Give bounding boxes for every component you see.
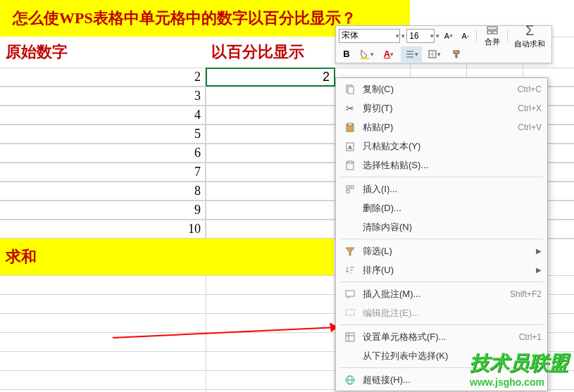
paste-special-icon	[342, 159, 358, 172]
svg-rect-13	[348, 123, 352, 125]
font-name-value: 宋体	[342, 30, 358, 42]
menu-format-cells[interactable]: 设置单元格格式(F)... Ctrl+1	[336, 327, 547, 346]
chevron-down-icon[interactable]: ▾	[401, 32, 405, 39]
format-painter-button[interactable]	[446, 46, 467, 62]
svg-rect-0	[487, 27, 497, 30]
brush-icon	[451, 49, 461, 59]
copy-icon	[342, 83, 358, 96]
chevron-down-icon: ▾	[437, 51, 441, 58]
bold-button[interactable]: B	[339, 46, 354, 62]
align-button[interactable]: ▾	[401, 46, 422, 62]
cell-a2[interactable]: 2	[0, 68, 206, 86]
paste-icon	[342, 121, 358, 134]
chevron-down-icon: ▾	[390, 51, 394, 58]
chevron-right-icon: ▶	[533, 266, 542, 274]
menu-paste-text[interactable]: A 只粘贴文本(Y)	[336, 137, 547, 156]
font-name-selector[interactable]: 宋体 ▾	[339, 29, 400, 43]
menu-delete-label: 删除(D)...	[358, 202, 542, 215]
svg-rect-17	[348, 161, 352, 163]
menu-paste-text-label: 只粘贴文本(Y)	[358, 140, 542, 153]
cell-a4[interactable]: 4	[0, 106, 206, 124]
cell-a8[interactable]: 8	[0, 182, 206, 200]
menu-clear[interactable]: 清除内容(N)	[336, 217, 547, 236]
svg-rect-1	[487, 31, 492, 34]
svg-rect-24	[346, 291, 354, 296]
svg-rect-20	[347, 190, 349, 193]
menu-filter-label: 筛选(L)	[358, 245, 533, 258]
paste-text-icon: A	[342, 140, 358, 153]
chevron-down-icon: ▾	[396, 32, 399, 39]
cell-a7[interactable]: 7	[0, 163, 206, 181]
svg-line-32	[113, 327, 338, 338]
sort-icon	[342, 264, 358, 277]
format-cells-icon	[342, 331, 358, 343]
chevron-down-icon: ▾	[430, 32, 434, 39]
menu-paste-special-label: 选择性粘贴(S)...	[358, 159, 542, 172]
menu-paste-special[interactable]: 选择性粘贴(S)...	[336, 156, 547, 175]
context-menu: 复制(C) Ctrl+C ✂ 剪切(T) Ctrl+X 粘贴(P) Ctrl+V…	[335, 77, 548, 391]
chevron-down-icon[interactable]: ▾	[436, 32, 439, 39]
cut-icon: ✂	[342, 102, 358, 115]
sum-label: 求和	[6, 246, 37, 267]
cell-a6[interactable]: 6	[0, 144, 206, 162]
menu-copy-shortcut: Ctrl+C	[518, 84, 542, 94]
fill-color-button[interactable]: ▾	[356, 46, 377, 62]
decrease-font-icon[interactable]: A-	[458, 28, 473, 44]
menu-insert-comment[interactable]: 插入批注(M)... Shift+F2	[336, 284, 547, 303]
svg-rect-25	[346, 310, 354, 315]
menu-filter[interactable]: 筛选(L) ▶	[336, 241, 547, 260]
font-size-selector[interactable]: 16 ▾	[406, 29, 435, 43]
menu-format-cells-shortcut: Ctrl+1	[519, 332, 542, 342]
menu-delete[interactable]: 删除(D)...	[336, 198, 547, 217]
menu-cut[interactable]: ✂ 剪切(T) Ctrl+X	[336, 99, 547, 118]
edit-comment-icon	[342, 307, 358, 320]
svg-rect-19	[351, 186, 354, 189]
merge-cells-button[interactable]: 合并	[480, 24, 505, 47]
comment-icon	[342, 288, 358, 301]
font-size-value: 16	[409, 31, 418, 41]
hyperlink-icon	[342, 374, 358, 386]
cell-a9[interactable]: 9	[0, 201, 206, 219]
filter-icon	[342, 245, 358, 258]
menu-insert-label: 插入(I)...	[358, 183, 542, 196]
font-color-icon: A	[384, 49, 390, 59]
menu-paste-label: 粘贴(P)	[358, 121, 518, 134]
menu-edit-comment: 编辑批注(E)...	[336, 303, 547, 322]
cell-a10[interactable]: 10	[0, 220, 206, 238]
chevron-down-icon: ▾	[415, 51, 418, 58]
svg-rect-18	[347, 186, 349, 189]
border-icon	[428, 49, 437, 59]
fill-color-icon	[359, 49, 370, 60]
cell-a5[interactable]: 5	[0, 125, 206, 143]
menu-paste-shortcut: Ctrl+V	[518, 122, 542, 132]
svg-text:A: A	[348, 144, 352, 151]
menu-copy-label: 复制(C)	[358, 83, 518, 96]
header-col-a: 原始数字	[0, 37, 206, 68]
chevron-right-icon: ▶	[533, 247, 542, 255]
menu-insert[interactable]: 插入(I)...	[336, 179, 547, 198]
cell-a3[interactable]: 3	[0, 87, 206, 105]
border-button[interactable]: ▾	[423, 46, 444, 62]
title-text: 怎么使WPS表格中单元格中的数字以百分比显示？	[13, 8, 356, 29]
menu-cut-label: 剪切(T)	[358, 102, 518, 115]
svg-rect-3	[361, 58, 369, 59]
sum-banner: 求和	[0, 239, 334, 275]
mini-toolbar: 宋体 ▾ ▾ 16 ▾ ▾ A+ A- 合并 Σ 自动求和 B ▾ A ▾	[335, 25, 552, 63]
chevron-down-icon: ▾	[370, 51, 374, 58]
selected-cell[interactable]: 2	[206, 68, 335, 87]
menu-sort[interactable]: 排序(U) ▶	[336, 260, 547, 279]
menu-cut-shortcut: Ctrl+X	[518, 103, 542, 113]
menu-paste[interactable]: 粘贴(P) Ctrl+V	[336, 118, 547, 137]
watermark: 技术员联盟 www.jsgho.com	[470, 350, 568, 388]
font-color-button[interactable]: A ▾	[378, 46, 399, 62]
svg-rect-26	[346, 333, 354, 341]
menu-copy[interactable]: 复制(C) Ctrl+C	[336, 80, 547, 99]
menu-edit-comment-label: 编辑批注(E)...	[358, 307, 542, 320]
svg-rect-11	[348, 87, 354, 94]
align-icon	[405, 49, 415, 59]
merge-icon	[486, 24, 499, 37]
menu-insert-comment-label: 插入批注(M)...	[358, 288, 510, 301]
increase-font-icon[interactable]: A+	[441, 28, 456, 44]
insert-icon	[342, 183, 358, 196]
clear-icon	[342, 221, 358, 234]
